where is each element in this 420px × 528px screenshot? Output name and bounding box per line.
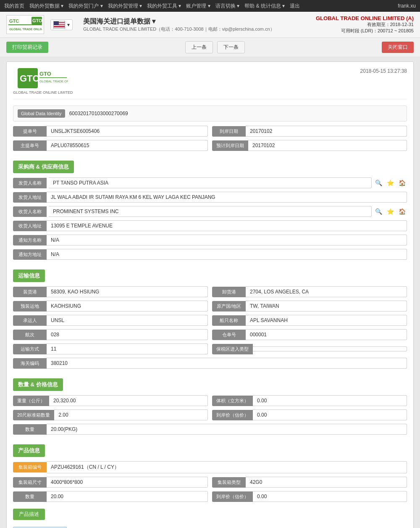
field-weight: 重量（公斤） 20,320.00 xyxy=(13,395,208,406)
label-bill: 提单号 xyxy=(13,126,47,137)
field-carrier: 承运人 UNSL xyxy=(13,315,208,326)
label-transport-mode: 运输方式 xyxy=(13,344,47,354)
field-bill-number: 提单号 UNSLJKTSE6005406 xyxy=(13,126,208,137)
account-company: GLOBAL TRADE ONLINE LIMITED (A) xyxy=(316,15,414,21)
product-desc-button[interactable]: 产品描述 xyxy=(13,509,45,520)
close-button-top[interactable]: 关闭窗口 xyxy=(382,42,414,53)
nav-logout[interactable]: 退出 xyxy=(290,3,300,10)
nav-manage[interactable]: 我的外贸管理 ▾ xyxy=(108,3,142,10)
value-pre-cargo: KAOHSIUNG xyxy=(47,301,208,312)
label-vessel: 船只名称 xyxy=(212,315,246,326)
value-country-origin: TW, TAIWAN xyxy=(246,301,407,312)
field-teu: 20尺标准箱数量 2.00 xyxy=(13,409,208,420)
svg-text:GLOBAL TRADE ONLINE LIMITED: GLOBAL TRADE ONLINE LIMITED xyxy=(39,79,68,83)
field-row-container-num: 集装箱编号 APZU4629161（CN / L / CY） xyxy=(13,461,407,473)
field-country-origin: 原产国/地区 TW, TAIWAN xyxy=(212,301,407,312)
value-volume: 0.00 xyxy=(253,395,407,406)
value-load-port: 58309, KAO HSIUNG xyxy=(47,286,208,297)
document-header: GTC GTO GLOBAL TRADE ONLINE LIMITED GLOB… xyxy=(13,68,407,99)
home-icon-consignee[interactable]: 🏠 xyxy=(397,207,407,216)
field-notify-name: 通知方名称 N/A xyxy=(13,235,407,246)
value-consignee-addr: 13095 E TEMPLE AVENUE xyxy=(47,220,407,231)
value-manifest: 000001 xyxy=(246,329,407,340)
value-teu: 2.00 xyxy=(54,409,208,420)
value-product-qty: 20.00 xyxy=(47,491,208,502)
label-container-type: 集装箱类型 xyxy=(212,477,246,488)
prev-button-top[interactable]: 上一条 xyxy=(185,41,213,53)
label-teu: 20尺标准箱数量 xyxy=(13,410,54,420)
value-weight: 20,320.00 xyxy=(49,395,208,406)
svg-text:GTC: GTC xyxy=(9,18,19,24)
star-icon-shipper[interactable]: ⭐ xyxy=(386,178,395,187)
nav-account[interactable]: 账户管理 ▾ xyxy=(186,3,210,10)
field-row-carrier: 承运人 UNSL 船只名称 APL SAVANNAH xyxy=(13,315,407,326)
value-master: APLU078550615 xyxy=(47,140,208,151)
svg-text:GTC: GTC xyxy=(20,73,39,84)
field-manifest: 仓单号 000001 xyxy=(212,329,407,340)
field-row-shipper: 发货人名称 PT TANSO PUTRA ASIA 🔍 ⭐ 🏠 xyxy=(13,177,407,188)
search-icon-shipper[interactable]: 🔍 xyxy=(374,178,383,187)
nav-portal[interactable]: 我的外贸门户 ▾ xyxy=(68,3,102,10)
document-logo: GTC GTO GLOBAL TRADE ONLINE LIMITED GLOB… xyxy=(13,68,73,95)
label-carrier: 承运人 xyxy=(13,315,47,326)
field-row-bill: 提单号 UNSLJKTSE6005406 到岸日期 20170102 xyxy=(13,126,407,137)
label-notify-addr: 通知方地址 xyxy=(13,249,47,260)
value-bonded-zone xyxy=(253,346,407,351)
field-pre-cargo: 预装运地 KAOHSIUNG xyxy=(13,301,208,312)
field-container-size: 集装箱尺寸 4000*806*800 xyxy=(13,477,208,488)
field-shipper-address: 发货人地址 JL WALA ABADI IR SUTAMI RAYA KM 6 … xyxy=(13,192,407,203)
value-est-arrival: 20170102 xyxy=(248,140,407,151)
product-desc-area: 产品描述 xyxy=(13,505,407,523)
page-title-area: 美国海关进口提单数据 ▾ GLOBAL TRADE ONLINE LIMITED… xyxy=(83,17,275,32)
flag-selector[interactable]: ▾ xyxy=(50,19,73,30)
label-notify: 通知方名称 xyxy=(13,235,47,246)
nav-tools[interactable]: 我的外贸工具 ▾ xyxy=(147,3,181,10)
label-bonded-zone: 保税区进入类型 xyxy=(212,344,253,354)
field-notify-address: 通知方地址 N/A xyxy=(13,249,407,260)
field-row-origin: 预装运地 KAOHSIUNG 原产国/地区 TW, TAIWAN xyxy=(13,301,407,312)
label-quantity: 数量 xyxy=(13,424,47,435)
print-button-top[interactable]: 打印贸易记录 xyxy=(6,42,48,53)
label-product-price: 到岸价（估价） xyxy=(212,491,253,502)
value-shipper: PT TANSO PUTRA ASIA xyxy=(49,177,372,188)
value-voyage: 028 xyxy=(47,329,208,340)
label-landed-price: 到岸价（估价） xyxy=(212,410,253,420)
field-row-voyage: 航次 028 仓单号 000001 xyxy=(13,329,407,340)
field-consignee-address: 收货人地址 13095 E TEMPLE AVENUE xyxy=(13,220,407,231)
svg-text:GTO: GTO xyxy=(39,71,51,77)
nav-help[interactable]: 帮助 & 统计信息 ▾ xyxy=(244,3,285,10)
nav-lang[interactable]: 语言切换 ▾ xyxy=(215,3,239,10)
company-logo: GTC GLOBAL TRADE ONLINE GTO xyxy=(6,15,44,34)
page-main-title[interactable]: 美国海关进口提单数据 ▾ xyxy=(83,17,275,26)
field-row-master: 主提单号 APLU078550615 预计到岸日期 20170102 xyxy=(13,140,407,151)
value-notify: N/A xyxy=(47,235,407,246)
value-transport-mode: 11 xyxy=(47,343,208,354)
label-consignee-addr: 收货人地址 xyxy=(13,221,47,231)
field-load-port: 装货港 58309, KAO HSIUNG xyxy=(13,286,208,297)
label-product-qty: 数量 xyxy=(13,491,47,502)
flag-dropdown-arrow: ▾ xyxy=(67,22,70,28)
field-row-customs-code: 海关编码 380210 xyxy=(13,358,407,369)
main-content: GTC GTO GLOBAL TRADE ONLINE LIMITED GLOB… xyxy=(0,57,420,528)
nav-data[interactable]: 我的外贸数据 ▾ xyxy=(29,3,63,10)
field-container-number: 集装箱编号 APZU4629161（CN / L / CY） xyxy=(13,461,407,473)
value-carrier: UNSL xyxy=(47,315,208,326)
header-account-info: GLOBAL TRADE ONLINE LIMITED (A) 有效期至：201… xyxy=(316,15,414,34)
next-button-top[interactable]: 下一条 xyxy=(217,41,245,53)
value-notify-addr: N/A xyxy=(47,249,407,260)
label-voyage: 航次 xyxy=(13,330,47,340)
field-row-consignee-addr: 收货人地址 13095 E TEMPLE AVENUE xyxy=(13,220,407,231)
search-icon-consignee[interactable]: 🔍 xyxy=(374,207,383,216)
nav-home[interactable]: 我的首页 xyxy=(4,3,24,10)
label-shipper: 发货人名称 xyxy=(13,178,47,188)
star-icon-consignee[interactable]: ⭐ xyxy=(386,207,395,216)
value-discharge-port: 2704, LOS ANGELES, CA xyxy=(246,286,407,297)
home-icon-shipper[interactable]: 🏠 xyxy=(397,178,407,187)
section-buyer-header: 采购商 & 供应商信息 xyxy=(13,161,74,173)
label-weight: 重量（公斤） xyxy=(13,396,49,406)
field-vessel: 船只名称 APL SAVANNAH xyxy=(212,315,407,326)
svg-rect-8 xyxy=(39,77,67,78)
document-timestamp: 2018-05-15 13:27:38 xyxy=(360,68,407,74)
value-container-type: 42G0 xyxy=(246,477,407,488)
svg-text:GTO: GTO xyxy=(32,18,42,23)
